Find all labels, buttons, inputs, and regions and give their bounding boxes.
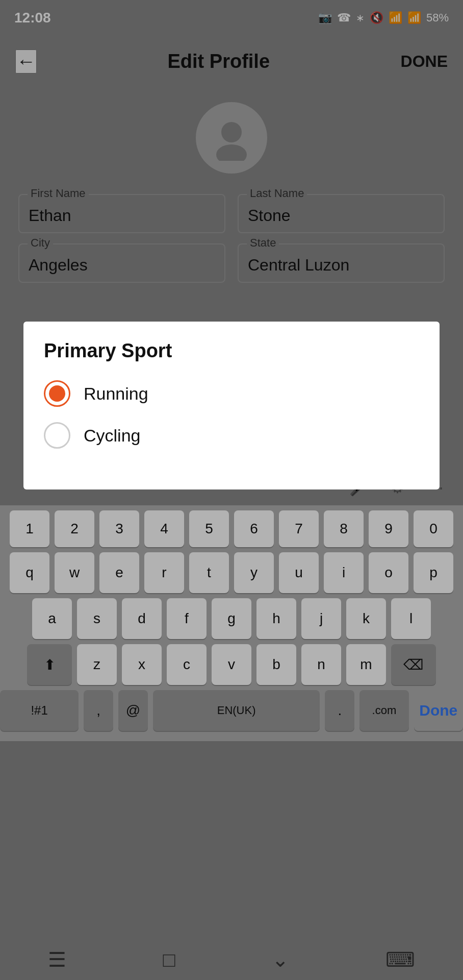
cycling-label: Cycling bbox=[84, 426, 140, 446]
running-label: Running bbox=[84, 384, 148, 404]
modal-overlay bbox=[0, 0, 463, 980]
running-radio-fill bbox=[49, 385, 65, 402]
primary-sport-modal: Primary Sport Running Cycling bbox=[23, 322, 440, 489]
cycling-radio[interactable] bbox=[44, 422, 70, 449]
running-radio[interactable] bbox=[44, 380, 70, 407]
running-option[interactable]: Running bbox=[44, 380, 419, 407]
modal-title: Primary Sport bbox=[44, 340, 419, 362]
cycling-option[interactable]: Cycling bbox=[44, 422, 419, 449]
